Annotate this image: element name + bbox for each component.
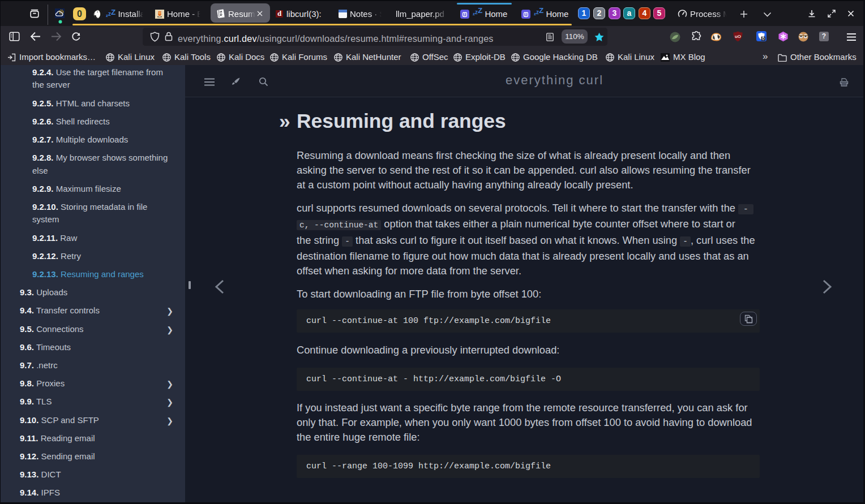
svg-text:uO: uO — [735, 34, 741, 39]
